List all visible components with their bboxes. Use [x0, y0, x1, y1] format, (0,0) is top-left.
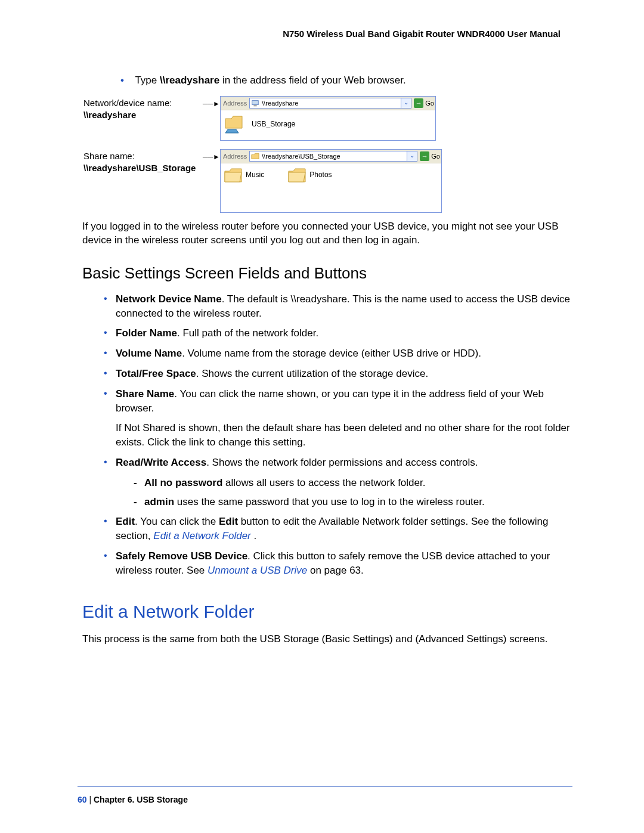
- desc: on page 63.: [307, 565, 364, 576]
- cross-ref-link[interactable]: Edit a Network Folder: [153, 530, 253, 541]
- arrow-icon: ──►: [203, 96, 220, 141]
- desc: . Shows the current utilization of the s…: [196, 368, 428, 379]
- desc: . Shows the network folder permissions a…: [206, 457, 478, 468]
- intro-line: • Type \\readyshare in the address field…: [120, 75, 572, 86]
- list-item: Network Device Name. The default is \\re…: [104, 292, 572, 321]
- page-footer: 60 | Chapter 6. USB Storage: [78, 786, 572, 804]
- folder-item[interactable]: Music: [224, 167, 264, 182]
- term: Folder Name: [116, 327, 177, 339]
- desc: . Full path of the network folder.: [177, 327, 318, 339]
- page-number: 60: [78, 795, 87, 804]
- address-label: Address: [222, 100, 249, 107]
- network-icon: [251, 99, 259, 107]
- bullet-list: Network Device Name. The default is \\re…: [104, 292, 572, 578]
- folder-icon: [251, 152, 259, 160]
- intro-suffix: in the address field of your Web browser…: [219, 75, 405, 86]
- term: Edit: [116, 516, 135, 527]
- term: All no password: [144, 477, 222, 488]
- desc: allows all users to access the network f…: [222, 477, 425, 488]
- intro-cmd: \\readyshare: [160, 75, 219, 86]
- address-input[interactable]: \\readyshare: [249, 98, 401, 109]
- address-value: \\readyshare\USB_Storage: [259, 153, 340, 160]
- folder-icon: [224, 167, 242, 182]
- figure-usb-storage: Share name: \\readyshare\USB_Storage ──►…: [83, 149, 572, 213]
- intro-prefix: Type: [135, 75, 160, 86]
- go-icon[interactable]: →: [420, 151, 429, 161]
- section1-title: Basic Settings Screen Fields and Buttons: [82, 264, 572, 283]
- inline-bold: Edit: [219, 516, 238, 527]
- share-item-label: USB_Storage: [252, 120, 295, 128]
- list-item: Share Name. You can click the name shown…: [104, 387, 572, 450]
- address-label: Address: [222, 153, 249, 160]
- address-input[interactable]: \\readyshare\USB_Storage: [249, 151, 407, 162]
- list-item: Safely Remove USB Device. Click this but…: [104, 549, 572, 578]
- figure-readyshare: Network/device name: \\readyshare ──► Ad…: [83, 96, 572, 141]
- go-label: Go: [431, 153, 440, 160]
- desc: uses the same password that you use to l…: [174, 496, 485, 507]
- term: Read/Write Access: [116, 457, 206, 468]
- svg-rect-1: [254, 106, 257, 107]
- footer-sep: |: [87, 795, 94, 804]
- address-value: \\readyshare: [259, 100, 298, 107]
- list-item: Volume Name. Volume name from the storag…: [104, 346, 572, 361]
- term: Network Device Name: [116, 293, 222, 305]
- network-folder-icon: [224, 114, 248, 134]
- term: Volume Name: [116, 348, 182, 359]
- dropdown-button[interactable]: ⌄: [401, 98, 411, 109]
- term: Share Name: [116, 388, 174, 400]
- svg-rect-0: [252, 101, 259, 105]
- fig1-label1: Network/device name:: [83, 98, 172, 108]
- list-item: Edit. You can click the Edit button to e…: [104, 515, 572, 543]
- folder-item[interactable]: Photos: [288, 167, 332, 182]
- cross-ref-link[interactable]: Unmount a USB Drive: [208, 565, 307, 576]
- desc: . You can click the: [135, 516, 219, 527]
- folder-icon: [288, 167, 306, 182]
- section2-para: This process is the same from both the U…: [82, 633, 572, 646]
- fig2-label1: Share name:: [83, 151, 135, 161]
- page-header: N750 Wireless Dual Band Gigabit Router W…: [78, 29, 572, 39]
- term: admin: [144, 496, 174, 507]
- term: Safely Remove USB Device: [116, 550, 247, 562]
- list-item: Total/Free Space. Shows the current util…: [104, 367, 572, 381]
- fig2-label2: \\readyshare\USB_Storage: [83, 163, 196, 173]
- folder-label: Photos: [309, 171, 332, 179]
- term: Total/Free Space: [116, 368, 196, 379]
- dash-item: All no password allows all users to acce…: [134, 476, 572, 490]
- desc: . You can click the name shown, or you c…: [116, 388, 544, 414]
- desc: .: [254, 530, 257, 541]
- arrow-icon: ──►: [203, 149, 220, 213]
- chapter-label: Chapter 6. USB Storage: [94, 795, 188, 804]
- desc: . Volume name from the storage device (e…: [182, 348, 481, 359]
- list-item: Read/Write Access. Shows the network fol…: [104, 456, 572, 509]
- folder-label: Music: [246, 171, 264, 179]
- share-item[interactable]: USB_Storage: [224, 114, 295, 134]
- dropdown-button[interactable]: ⌄: [407, 151, 417, 162]
- sub-paragraph: If Not Shared is shown, then the default…: [116, 421, 572, 450]
- go-icon[interactable]: →: [414, 98, 423, 108]
- dash-item: admin uses the same password that you us…: [134, 495, 572, 509]
- fig1-label2: \\readyshare: [83, 110, 136, 120]
- go-label: Go: [425, 100, 434, 107]
- post-figure-para: If you logged in to the wireless router …: [82, 220, 572, 247]
- section2-title: Edit a Network Folder: [82, 602, 572, 622]
- list-item: Folder Name. Full path of the network fo…: [104, 326, 572, 340]
